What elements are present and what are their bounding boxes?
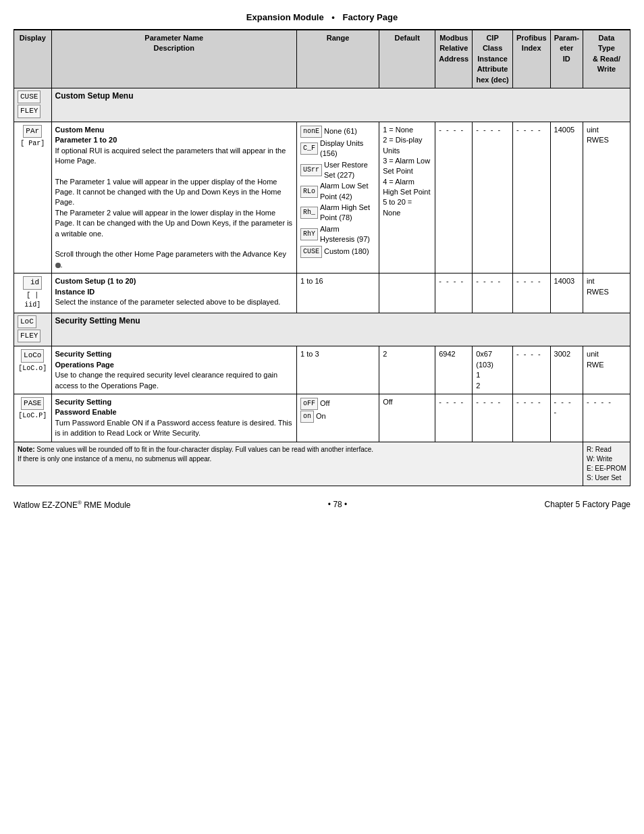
col-modbus: ModbusRelativeAddress <box>435 30 473 88</box>
iid-default <box>379 273 435 313</box>
iid-lcd1: id <box>23 276 42 289</box>
table-row: PASE [LoC.P] Security Setting Password E… <box>14 394 630 442</box>
range-text-rhy: Alarm Hysteresis (97) <box>320 224 375 245</box>
locp-param-id: - - - - <box>550 394 583 442</box>
par-default: 1 = None 2 = Dis-play Units 3 = Alarm Lo… <box>379 122 435 273</box>
custom-setup-lcd2: FLEY <box>18 105 41 118</box>
loco-param-id: 3002 <box>550 346 583 394</box>
locp-name: Security Setting <box>55 397 293 407</box>
col-cip: CIPClassInstanceAttributehex (dec) <box>473 30 513 88</box>
loco-description: Security Setting Operations Page Use to … <box>51 346 296 394</box>
range-item-usr: USrr User Restore Set (227) <box>300 160 375 181</box>
par-sub: Parameter 1 to 20 <box>55 135 293 145</box>
iid-range: 1 to 16 <box>296 273 379 313</box>
locp-modbus: - - - - <box>435 394 473 442</box>
locp-data-type: - - - - <box>583 394 630 442</box>
iid-cip: - - - - <box>473 273 513 313</box>
loco-label: [LoC.o] <box>18 364 48 373</box>
main-table: Display Parameter NameDescription Range … <box>14 30 630 486</box>
range-text-off: Off <box>320 398 329 409</box>
table-row: PAr [ Par] Custom Menu Parameter 1 to 20… <box>14 122 630 273</box>
locp-desc-text: Turn Password Enable ON if a Password ac… <box>55 418 293 439</box>
iid-data-type: intRWES <box>583 273 630 313</box>
locp-description: Security Setting Password Enable Turn Pa… <box>51 394 296 442</box>
range-text-usr: User Restore Set (227) <box>324 160 375 181</box>
note-row: Note: Some values will be rounded off to… <box>14 442 630 486</box>
loco-name: Security Setting <box>55 349 293 359</box>
custom-setup-display: CUSE FLEY <box>14 88 52 122</box>
range-box-rh: Rh_ <box>300 207 318 219</box>
range-item-cuse: CUSE Custom (180) <box>300 246 375 258</box>
note-legend-cell: R: ReadW: WriteE: EE-PROMS: User Set <box>583 442 630 486</box>
col-default: Default <box>379 30 435 88</box>
loco-desc-text: Use to change the required security leve… <box>55 370 293 391</box>
par-profibus: - - - - <box>512 122 550 273</box>
footer-center: • 78 • <box>328 500 347 509</box>
locp-default: Off <box>379 394 435 442</box>
par-description: Custom Menu Parameter 1 to 20 If optiona… <box>51 122 296 273</box>
locp-display: PASE [LoC.P] <box>14 394 52 442</box>
locp-cip: - - - - <box>473 394 513 442</box>
advance-key-icon <box>55 263 61 268</box>
range-box-off: oFF <box>300 398 318 410</box>
range-item-on: on On <box>300 411 375 423</box>
iid-modbus: - - - - <box>435 273 473 313</box>
page-footer: Watlow EZ-ZONE® RME Module • 78 • Chapte… <box>14 500 630 510</box>
loco-data-type: unitRWE <box>583 346 630 394</box>
par-data-type: uintRWES <box>583 122 630 273</box>
locp-profibus: - - - - <box>512 394 550 442</box>
range-box-rlo: RLo <box>300 186 318 198</box>
page-wrapper: Expansion Module • Factory Page Display … <box>0 0 644 834</box>
security-label-cell: Security Setting Menu <box>51 313 630 346</box>
security-section-header: LoC FLEY Security Setting Menu <box>14 313 630 346</box>
range-item-none: nonE None (61) <box>300 126 375 138</box>
range-item-rlo: RLo Alarm Low Set Point (42) <box>300 181 375 202</box>
range-text-cf: Display Units (156) <box>320 138 375 159</box>
range-item-off: oFF Off <box>300 398 375 410</box>
loco-lcd1: LoCo <box>21 349 44 362</box>
loco-modbus: 6942 <box>435 346 473 394</box>
range-text-cuse: Custom (180) <box>324 246 369 257</box>
security-lcd2: FLEY <box>18 330 41 342</box>
range-box-cuse: CUSE <box>300 246 322 258</box>
range-box-on: on <box>300 411 314 423</box>
par-param-id: 14005 <box>550 122 583 273</box>
iid-sub: Instance ID <box>55 287 293 297</box>
range-text-rh: Alarm High Set Point (78) <box>320 203 375 224</box>
locp-lcd1: PASE <box>21 397 44 410</box>
footer-left: Watlow EZ-ZONE® RME Module <box>14 500 131 510</box>
range-text-none: None (61) <box>324 126 357 136</box>
range-item-rh: Rh_ Alarm High Set Point (78) <box>300 203 375 224</box>
footer-right: Chapter 5 Factory Page <box>545 500 630 509</box>
loco-profibus: - - - - <box>512 346 550 394</box>
col-param-id: Param-eterID <box>550 30 583 88</box>
col-param-name: Parameter NameDescription <box>51 30 296 88</box>
par-cip: - - - - <box>473 122 513 273</box>
col-display: Display <box>14 30 52 88</box>
custom-setup-lcd1: CUSE <box>18 90 41 103</box>
range-item-rhy: RhY Alarm Hysteresis (97) <box>300 224 375 245</box>
iid-label: [ | iid] <box>18 291 48 310</box>
iid-desc-text: Select the instance of the parameter sel… <box>55 297 293 307</box>
par-lcd1: PAr <box>23 125 42 138</box>
loco-default: 2 <box>379 346 435 394</box>
range-item-cf: C_F Display Units (156) <box>300 138 375 159</box>
locp-range: oFF Off on On <box>296 394 379 442</box>
par-range: nonE None (61) C_F Display Units (156) U… <box>296 122 379 273</box>
custom-setup-section-header: CUSE FLEY Custom Setup Menu <box>14 88 630 122</box>
loco-range: 1 to 3 <box>296 346 379 394</box>
par-desc-text: If optional RUI is acquired select the p… <box>55 146 293 271</box>
locp-sub: Password Enable <box>55 407 293 417</box>
table-header-row: Display Parameter NameDescription Range … <box>14 30 630 88</box>
security-label: Security Setting Menu <box>55 316 140 325</box>
note-text-cell: Note: Some values will be rounded off to… <box>14 442 583 486</box>
loco-display: LoCo [LoC.o] <box>14 346 52 394</box>
iid-name: Custom Setup (1 to 20) <box>55 276 293 286</box>
table-row: id [ | iid] Custom Setup (1 to 20) Insta… <box>14 273 630 313</box>
range-box-usr: USrr <box>300 164 322 176</box>
loco-cip: 0x67 (103)12 <box>473 346 513 394</box>
par-label: [ Par] <box>18 139 48 149</box>
range-box-none: nonE <box>300 126 322 138</box>
range-box-rhy: RhY <box>300 228 318 240</box>
par-display: PAr [ Par] <box>14 122 52 273</box>
